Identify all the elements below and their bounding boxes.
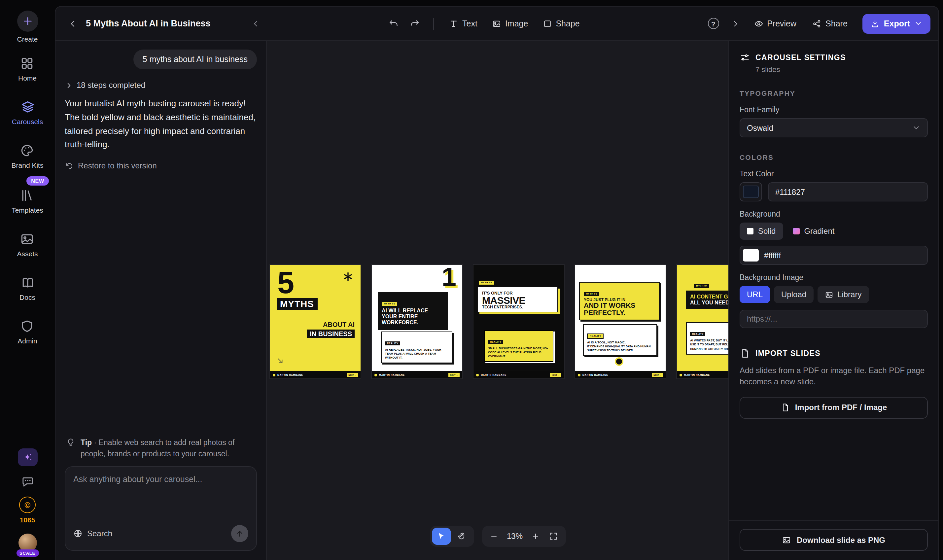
myth-text-2: ALL YOU NEED. (690, 300, 728, 306)
sidebar-item-admin[interactable]: Admin (17, 319, 37, 345)
palette-icon (20, 143, 35, 158)
slide-author: MARTIN RAMBANE (379, 374, 405, 376)
background-color-swatch[interactable] (743, 249, 759, 262)
chevron-down-icon (914, 19, 923, 28)
myth-text-1: AI CONTENT GE (690, 294, 728, 300)
gradient-tab[interactable]: Gradient (786, 223, 841, 240)
collapse-chat-button[interactable] (247, 15, 264, 32)
background-color-input[interactable] (764, 251, 925, 260)
steps-completed-toggle[interactable]: 18 steps completed (65, 81, 257, 90)
image-tool-button[interactable]: Image (486, 15, 534, 32)
plus-icon (17, 11, 38, 32)
user-message-bubble: 5 myths about AI in business (134, 49, 257, 69)
image-icon (782, 535, 791, 545)
cursor-icon (437, 532, 446, 541)
shape-tool-button[interactable]: Shape (537, 15, 585, 32)
credits-indicator[interactable]: © 1065 (19, 497, 35, 524)
sidebar-item-docs[interactable]: Docs (20, 275, 35, 301)
import-pdf-image-button[interactable]: Import from PDF / Image (740, 397, 928, 419)
reality-card: REALITY AI WRITES FAST, BUT IT LA USE IT… (686, 322, 728, 355)
chat-input[interactable] (73, 475, 248, 525)
upload-tab[interactable]: Upload (774, 286, 814, 303)
topbar-right: ? Preview Share Export (704, 14, 938, 33)
slide-footer: MARTIN RAMBANE NEXT → (474, 371, 564, 378)
user-avatar[interactable]: SCALE (18, 534, 37, 552)
next-tag: NEXT → (550, 373, 561, 377)
text-tool-button[interactable]: Text (443, 15, 483, 32)
chat-bottom: Tip · Enable web search to add real phot… (65, 437, 257, 551)
library-tab[interactable]: Library (817, 286, 869, 303)
download-slide-png-button[interactable]: Download slide as PNG (740, 529, 928, 551)
pan-tool-button[interactable] (453, 528, 472, 545)
back-button[interactable] (63, 14, 82, 33)
help-button[interactable]: ? (704, 14, 723, 33)
reality-card: REALITY AI IS A TOOL, NOT MAGIC. IT DEMA… (583, 324, 657, 356)
myth-card: MYTH 01 AI WILL REPLACE YOUR ENTIRE WORK… (378, 292, 448, 330)
new-badge: NEW (26, 176, 49, 186)
cover-subtitle-2: IN BUSINESS (307, 329, 355, 338)
slide-count: 7 slides (755, 65, 928, 73)
import-slides-title: IMPORT SLIDES (755, 349, 820, 357)
chat-bubble-icon (21, 475, 34, 488)
main-body: 5 myths about AI in business 18 steps co… (55, 41, 938, 560)
solid-swatch-icon (747, 228, 754, 234)
myth-tag: MYTH 04 (694, 284, 709, 288)
sidebar-item-create[interactable]: Create (17, 11, 38, 43)
chat-input-box: Search (65, 466, 257, 551)
scale-badge: SCALE (16, 549, 38, 557)
slide-4-myth-03[interactable]: MYTH 03 YOU JUST PLUG IT IN AND IT WORKS… (575, 265, 666, 378)
zoom-out-button[interactable] (485, 527, 503, 546)
myth-text-big-2: PERFECTLY. (584, 309, 655, 316)
slide-3-myth-02[interactable]: MYTH 02 IT'S ONLY FOR MASSIVE TECH ENTER… (474, 265, 564, 378)
globe-icon (73, 529, 83, 538)
collapse-panel-button[interactable] (727, 15, 744, 32)
text-tool-label: Text (462, 19, 477, 28)
undo-button[interactable] (384, 14, 403, 33)
share-button[interactable]: Share (806, 15, 854, 32)
slide-5-myth-04[interactable]: MYTH 04 AI CONTENT GE ALL YOU NEED. REAL… (677, 265, 728, 378)
square-icon (543, 19, 552, 28)
export-button[interactable]: Export (863, 14, 931, 33)
zoom-in-button[interactable] (527, 527, 545, 546)
eye-icon (754, 19, 763, 28)
text-color-swatch[interactable] (740, 182, 762, 202)
slide-1-cover[interactable]: 5 MYTHS ABOUT AI IN BUSINESS MARTIN RAMB… (270, 265, 361, 378)
lightbulb-icon (66, 437, 75, 447)
sidebar-item-templates[interactable]: Templates (12, 188, 43, 214)
sidebar-item-carousels[interactable]: Carousels (12, 100, 43, 125)
feedback-chat-button[interactable] (21, 475, 34, 488)
slide-author: MARTIN RAMBANE (684, 374, 710, 376)
select-tool-button[interactable] (432, 528, 451, 545)
fit-screen-button[interactable] (545, 527, 562, 546)
chevron-right-icon (65, 81, 73, 89)
redo-button[interactable] (405, 14, 424, 33)
sidebar-item-home[interactable]: Home (18, 56, 37, 82)
sidebar-item-assets[interactable]: Assets (17, 232, 38, 257)
ai-sparkle-button[interactable] (17, 448, 37, 466)
preview-button[interactable]: Preview (748, 15, 802, 32)
solid-tab[interactable]: Solid (740, 223, 783, 240)
download-icon (871, 19, 880, 28)
zoom-controls: 13% (482, 526, 566, 547)
question-icon: ? (708, 18, 719, 29)
chevron-down-icon (912, 123, 921, 132)
background-image-label: Background Image (740, 273, 928, 282)
reality-tag: REALITY (385, 342, 400, 345)
sidebar-item-brand-kits[interactable]: Brand Kits (12, 143, 44, 169)
topbar-left: 5 Myths About AI in Business (55, 14, 268, 33)
font-family-select[interactable]: Oswald (740, 118, 928, 137)
slide-footer: MARTIN RAMBANE NEXT → (575, 371, 666, 378)
redo-icon (409, 18, 420, 29)
web-search-toggle[interactable]: Search (73, 529, 112, 538)
slide-number: 1 (442, 265, 457, 292)
send-button[interactable] (231, 525, 248, 542)
text-color-input[interactable] (768, 182, 928, 202)
slide-2-myth-01[interactable]: 1 MYTH 01 AI WILL REPLACE YOUR ENTIRE WO… (372, 265, 462, 378)
restore-version-button[interactable]: Restore to this version (65, 161, 257, 171)
url-tab[interactable]: URL (740, 286, 770, 303)
chat-panel: 5 myths about AI in business 18 steps co… (55, 41, 267, 560)
restore-version-label: Restore to this version (78, 161, 157, 171)
slide-author: MARTIN RAMBANE (583, 374, 608, 376)
background-image-url-input[interactable] (740, 310, 928, 328)
file-icon (780, 403, 790, 412)
